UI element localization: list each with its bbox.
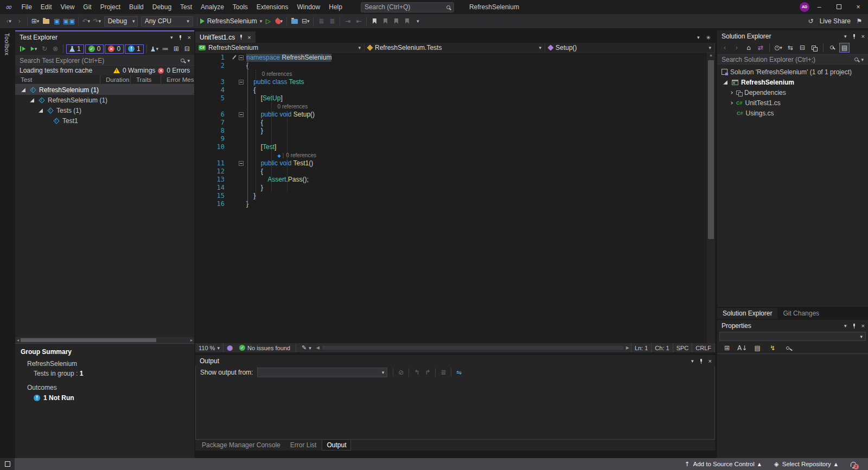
live-share-label[interactable]: Live Share	[820, 17, 851, 25]
minimize-button[interactable]: –	[809, 0, 829, 14]
prev-bookmark-icon[interactable]	[380, 16, 390, 26]
scrollbar-thumb[interactable]	[21, 338, 156, 342]
feedback-icon[interactable]: ⚑	[854, 16, 864, 26]
word-wrap-icon[interactable]: ⇋	[454, 368, 464, 377]
live-share-icon[interactable]: ↺	[806, 16, 816, 26]
account-avatar[interactable]: AD	[800, 2, 809, 12]
pending-changes-filter-icon[interactable]: ▾	[774, 43, 783, 53]
comment-icon[interactable]: ≣	[316, 16, 326, 26]
window-position-icon[interactable]: ▾	[844, 34, 847, 39]
save-all-icon[interactable]: ▣▣	[63, 16, 75, 26]
issues-indicator[interactable]: ✓No issues found	[236, 343, 293, 352]
zoom-level-dropdown[interactable]: 110 %▾	[195, 343, 224, 352]
intellisense-icon[interactable]: ⬤	[224, 343, 236, 352]
menu-view[interactable]: View	[56, 0, 79, 14]
previous-message-icon[interactable]: ↰	[412, 368, 422, 377]
document-tab[interactable]: UnitTest1.cs ×	[195, 31, 256, 43]
notifications-button[interactable]: 2	[844, 462, 868, 467]
next-message-icon[interactable]: ↱	[423, 368, 432, 377]
column-traits[interactable]: Traits	[130, 75, 161, 84]
back-icon[interactable]: ‹	[720, 43, 730, 53]
events-icon[interactable]: ↯	[768, 343, 777, 353]
test-tree-row[interactable]: !Test1	[15, 115, 194, 126]
new-project-icon[interactable]: ⊞▾	[30, 16, 40, 26]
next-bookmark-icon[interactable]	[391, 16, 401, 26]
group-by-icon[interactable]: ▾	[150, 44, 159, 54]
code-cleanup-icon[interactable]: ✎▾	[298, 343, 315, 352]
save-icon[interactable]: ▣	[52, 16, 62, 26]
editor-options-icon[interactable]: ✳	[706, 35, 711, 41]
menu-edit[interactable]: Edit	[36, 0, 56, 14]
window-position-icon[interactable]: ▾	[170, 35, 173, 40]
codelens-references[interactable]: 0 references	[286, 152, 316, 158]
codelens-references[interactable]: 0 references	[278, 104, 308, 110]
expander-icon[interactable]	[39, 108, 43, 113]
pin-icon[interactable]	[178, 35, 183, 41]
undo-icon[interactable]: ↶▾	[81, 16, 91, 26]
menu-extensions[interactable]: Extensions	[252, 0, 293, 14]
menu-tools[interactable]: Tools	[228, 0, 252, 14]
window-position-icon[interactable]: ▾	[691, 358, 694, 364]
solution-explorer-search-input[interactable]: Search Solution Explorer (Ctrl+;) ▾	[717, 54, 868, 65]
run-tests-icon[interactable]: ▾	[29, 44, 39, 54]
find-in-files-icon[interactable]	[290, 16, 299, 26]
property-pages-icon[interactable]: ▤	[752, 343, 762, 353]
maximize-button[interactable]	[829, 0, 848, 14]
column-duration[interactable]: Duration	[100, 75, 130, 84]
menu-git[interactable]: Git	[79, 0, 95, 14]
scroll-right-icon[interactable]: ▸	[189, 338, 194, 343]
menu-analyze[interactable]: Analyze	[196, 0, 228, 14]
editor-hscrollbar[interactable]	[322, 345, 623, 351]
toolbar-overflow-icon[interactable]: ▾	[413, 16, 423, 26]
column-test[interactable]: Test	[15, 76, 100, 83]
navigate-back-icon[interactable]: ‹ ▾	[4, 16, 14, 26]
passed-tests-filter[interactable]: ✓0	[85, 44, 104, 54]
background-tasks-icon[interactable]	[0, 458, 15, 470]
bottom-tab-package-manager-console[interactable]: Package Manager Console	[197, 440, 285, 450]
solution-configuration-dropdown[interactable]: Debug▾	[104, 16, 138, 27]
editor-vscrollbar[interactable]: ▴	[707, 53, 715, 343]
run-all-tests-icon[interactable]	[18, 44, 28, 54]
code-editor[interactable]: 1namespace RefreshSelenium2{0 references…	[195, 53, 707, 343]
menu-window[interactable]: Window	[293, 0, 325, 14]
expander-icon[interactable]	[30, 98, 34, 102]
open-file-icon[interactable]	[41, 16, 51, 26]
solution-tree-row[interactable]: C#UnitTest1.cs	[717, 98, 868, 108]
playlist-icon[interactable]: ≔	[161, 44, 170, 54]
close-icon[interactable]: ×	[861, 323, 865, 329]
start-debugging-button[interactable]: RefreshSelenium▾	[200, 16, 263, 26]
expand-all-icon[interactable]: ⊞	[171, 44, 181, 54]
pin-icon[interactable]	[699, 358, 704, 364]
toggle-bookmark-icon[interactable]	[369, 16, 379, 26]
solution-tree-row[interactable]: Dependencies	[717, 87, 868, 98]
total-tests-filter[interactable]: 1	[66, 44, 84, 54]
fold-toggle-icon[interactable]	[239, 112, 244, 117]
close-tab-icon[interactable]: ×	[247, 34, 251, 41]
document-list-icon[interactable]: ▾	[697, 35, 700, 41]
window-position-icon[interactable]: ▾	[844, 323, 847, 329]
test-tree-row[interactable]: !RefreshSelenium (1)	[15, 85, 194, 95]
warnings-count[interactable]: 0 Warnings	[123, 67, 155, 74]
switch-views-icon[interactable]: ⇄	[756, 43, 765, 53]
quick-search-input[interactable]: Search (Ctrl+Q)	[361, 2, 454, 12]
expander-icon[interactable]	[21, 88, 25, 92]
expander-icon[interactable]	[723, 80, 727, 85]
scrollbar-thumb[interactable]	[708, 60, 714, 239]
clear-bookmarks-icon[interactable]	[402, 16, 412, 26]
find-message-icon[interactable]: ⊘	[396, 368, 406, 377]
start-without-debugging-icon[interactable]: ▷	[263, 16, 273, 26]
pin-icon[interactable]	[852, 323, 857, 329]
collapsed-expander-icon[interactable]	[730, 91, 733, 94]
close-icon[interactable]: ×	[188, 34, 191, 41]
bottom-tab-error-list[interactable]: Error List	[286, 440, 321, 450]
pin-icon[interactable]	[852, 34, 857, 40]
test-tree-row[interactable]: !RefreshSelenium (1)	[15, 95, 194, 105]
redo-icon[interactable]: ↷▾	[92, 16, 102, 26]
codelens-references[interactable]: 0 references	[262, 71, 292, 77]
type-dropdown[interactable]: RefreshSelenium.Tests▾	[365, 43, 545, 52]
test-explorer-hscrollbar[interactable]: ◂ ▸	[15, 337, 194, 343]
member-dropdown[interactable]: Setup()▾	[545, 43, 715, 52]
sync-with-active-document-icon[interactable]: ⇆	[786, 43, 795, 53]
column-error-message[interactable]: Error Mes	[161, 75, 194, 84]
scroll-left-icon[interactable]: ◂	[15, 338, 21, 343]
